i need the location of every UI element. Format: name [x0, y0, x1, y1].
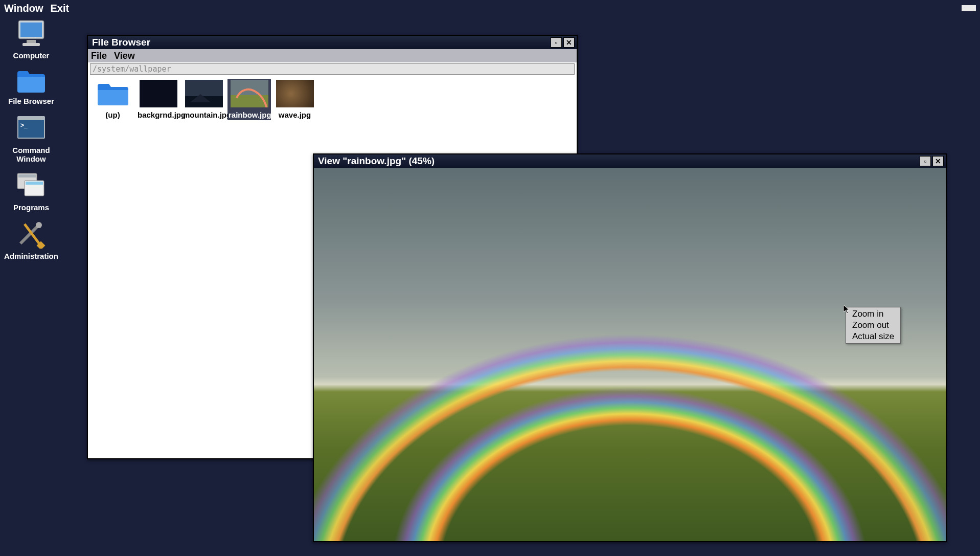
thumbnail-icon: [185, 80, 223, 107]
svg-rect-1: [20, 23, 42, 37]
desktop-icon-commandwindow[interactable]: >_ Command Window: [3, 113, 59, 164]
svg-rect-10: [26, 182, 43, 185]
file-browser-titlebar[interactable]: File Browser ▫ ✕: [88, 36, 577, 49]
tray-indicator[interactable]: [962, 5, 976, 11]
image-viewer-titlebar[interactable]: View "rainbow.jpg" (45%) ▫ ✕: [314, 154, 946, 168]
svg-rect-2: [27, 40, 36, 43]
minimize-button[interactable]: ▫: [551, 37, 562, 48]
desktop-icon-label: File Browser: [3, 97, 59, 105]
image-viewer-title: View "rainbow.jpg" (45%): [316, 155, 918, 167]
context-menu-zoom-in[interactable]: Zoom in: [846, 308, 900, 320]
menu-view[interactable]: View: [114, 51, 135, 61]
file-item-label: (up): [92, 110, 133, 119]
svg-rect-8: [18, 174, 36, 177]
image-viewer-window: View "rainbow.jpg" (45%) ▫ ✕ Zoom in Zoo…: [313, 153, 947, 542]
thumbnail-icon: [276, 80, 314, 107]
desktop-icon-label: Programs: [3, 203, 59, 212]
file-item-up[interactable]: (up): [91, 79, 134, 120]
file-item-label: mountain.jpg: [183, 110, 224, 119]
file-item-rainbow[interactable]: rainbow.jpg: [227, 79, 271, 120]
svg-text:>_: >_: [20, 122, 28, 129]
desktop-icon-label: Administration: [3, 252, 59, 260]
close-button[interactable]: ✕: [932, 156, 944, 166]
svg-rect-3: [22, 43, 40, 46]
context-menu-actual-size: Actual size: [846, 331, 900, 342]
menu-window[interactable]: Window: [4, 3, 43, 14]
desktop-icon-computer[interactable]: Computer: [3, 18, 59, 60]
programs-icon: [14, 170, 48, 200]
desktop-icon-programs[interactable]: Programs: [3, 170, 59, 212]
thumbnail-icon: [231, 80, 268, 107]
file-item-label: backgrnd.jpg: [138, 110, 179, 119]
file-browser-menubar: File View: [88, 49, 577, 62]
minimize-button[interactable]: ▫: [920, 156, 931, 166]
context-menu: Zoom in Zoom out Actual size: [846, 307, 901, 344]
desktop-icons: Computer File Browser >_ Command Window …: [3, 18, 59, 268]
thumbnail-icon: [140, 80, 177, 107]
file-item-backgrnd[interactable]: backgrnd.jpg: [136, 79, 180, 120]
administration-icon: [14, 219, 48, 249]
close-button[interactable]: ✕: [563, 37, 575, 48]
system-menubar: Window Exit: [0, 0, 980, 16]
path-input[interactable]: /system/wallpaper: [90, 63, 575, 75]
menu-file[interactable]: File: [91, 51, 107, 61]
file-browser-title: File Browser: [90, 37, 549, 48]
folder-up-icon: [94, 80, 132, 107]
terminal-icon: >_: [14, 113, 48, 143]
image-viewer-content[interactable]: Zoom in Zoom out Actual size: [314, 168, 946, 541]
desktop-icon-filebrowser[interactable]: File Browser: [3, 67, 59, 105]
computer-icon: [14, 18, 48, 48]
file-item-label: wave.jpg: [274, 110, 315, 119]
desktop-icon-label: Computer: [3, 51, 59, 60]
file-item-label: rainbow.jpg: [229, 110, 270, 119]
context-menu-zoom-out[interactable]: Zoom out: [846, 320, 900, 331]
file-item-wave[interactable]: wave.jpg: [273, 79, 316, 120]
desktop-icon-label: Command Window: [3, 146, 59, 164]
svg-point-12: [36, 222, 42, 228]
file-item-mountain[interactable]: mountain.jpg: [182, 79, 225, 120]
menu-exit[interactable]: Exit: [50, 3, 69, 14]
folder-icon: [14, 67, 48, 94]
desktop-icon-administration[interactable]: Administration: [3, 219, 59, 260]
